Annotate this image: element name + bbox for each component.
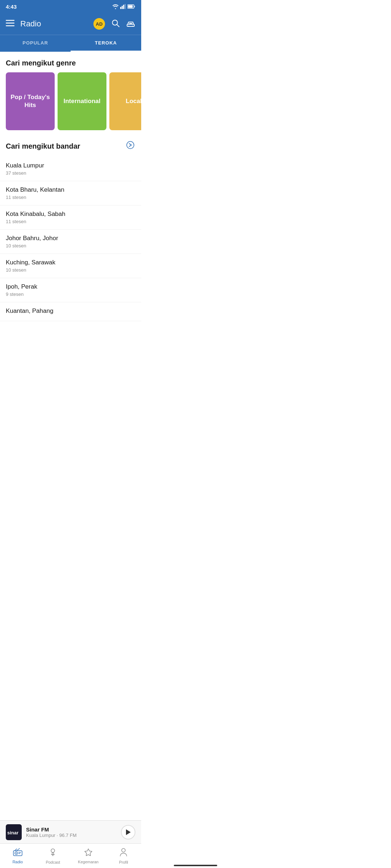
city-stations-ip: 9 stesen — [6, 292, 135, 297]
svg-rect-8 — [6, 20, 14, 21]
svg-point-0 — [115, 8, 116, 9]
header-actions: AD — [93, 18, 135, 30]
svg-point-15 — [132, 26, 133, 27]
tab-bar: POPULAR TEROKA — [0, 35, 141, 52]
city-name-jbj: Johor Bahru, Johor — [6, 235, 135, 242]
svg-rect-10 — [6, 25, 14, 26]
city-see-all-button[interactable] — [125, 141, 135, 151]
genre-card-pop[interactable]: Pop / Today's Hits — [6, 72, 55, 130]
status-bar: 4:43 — [0, 0, 141, 13]
svg-point-14 — [128, 26, 129, 27]
signal-icon — [120, 4, 126, 9]
page-title: Radio — [20, 19, 93, 29]
svg-rect-7 — [134, 6, 135, 7]
svg-line-12 — [117, 25, 119, 27]
svg-point-17 — [127, 141, 134, 149]
city-name-kbk: Kota Bharu, Kelantan — [6, 186, 135, 193]
city-stations-jbj: 10 stesen — [6, 243, 135, 248]
tab-popular[interactable]: POPULAR — [0, 35, 71, 52]
genre-section: Cari mengikut genre Pop / Today's Hits I… — [0, 52, 141, 137]
city-item-kl[interactable]: Kuala Lumpur 37 stesen — [0, 157, 141, 181]
ad-free-button[interactable]: AD — [93, 18, 105, 30]
city-name-ksr: Kuching, Sarawak — [6, 259, 135, 266]
city-name-kl: Kuala Lumpur — [6, 162, 135, 169]
menu-button[interactable] — [6, 19, 14, 29]
app-header: Radio AD — [0, 13, 141, 35]
wifi-icon — [112, 4, 119, 9]
city-item-kbk[interactable]: Kota Bharu, Kelantan 11 stesen — [0, 181, 141, 205]
genre-label-pop: Pop / Today's Hits — [6, 90, 55, 112]
battery-icon — [127, 4, 135, 9]
city-stations-kl: 37 stesen — [6, 170, 135, 176]
svg-rect-6 — [128, 5, 133, 8]
city-item-ip[interactable]: Ipoh, Perak 9 stesen — [0, 278, 141, 302]
city-name-ip: Ipoh, Perak — [6, 283, 135, 290]
status-time: 4:43 — [6, 4, 17, 10]
city-stations-kbk: 11 stesen — [6, 195, 135, 200]
genre-label-local: Local — [123, 94, 141, 108]
genre-section-title: Cari mengikut genre — [0, 52, 141, 72]
city-section-header: Cari mengikut bandar — [0, 137, 141, 157]
genre-label-international: International — [60, 94, 103, 108]
svg-rect-3 — [123, 5, 124, 9]
car-mode-button[interactable] — [126, 19, 135, 29]
svg-rect-2 — [122, 6, 123, 9]
city-name-ktp: Kuantan, Pahang — [6, 307, 135, 315]
genre-scroll: Pop / Today's Hits International Local C… — [0, 72, 141, 137]
city-section-title: Cari mengikut bandar — [6, 142, 80, 150]
svg-rect-13 — [127, 24, 134, 26]
search-button[interactable] — [112, 19, 119, 29]
svg-rect-9 — [6, 23, 14, 24]
svg-rect-4 — [125, 4, 126, 9]
main-content: Cari mengikut genre Pop / Today's Hits I… — [0, 52, 141, 372]
genre-card-local[interactable]: Local — [109, 72, 141, 130]
city-section: Cari mengikut bandar Kuala Lumpur 37 ste… — [0, 137, 141, 321]
genre-card-international[interactable]: International — [58, 72, 106, 130]
city-item-jbj[interactable]: Johor Bahru, Johor 10 stesen — [0, 230, 141, 254]
city-stations-kks: 11 stesen — [6, 219, 135, 224]
svg-rect-16 — [129, 23, 132, 24]
city-item-kks[interactable]: Kota Kinabalu, Sabah 11 stesen — [0, 205, 141, 230]
status-icons — [112, 4, 135, 9]
tab-teroka[interactable]: TEROKA — [71, 35, 141, 52]
city-item-ktp[interactable]: Kuantan, Pahang — [0, 302, 141, 321]
city-stations-ksr: 10 stesen — [6, 267, 135, 273]
city-item-ksr[interactable]: Kuching, Sarawak 10 stesen — [0, 254, 141, 278]
svg-rect-1 — [120, 7, 121, 9]
city-name-kks: Kota Kinabalu, Sabah — [6, 210, 135, 218]
